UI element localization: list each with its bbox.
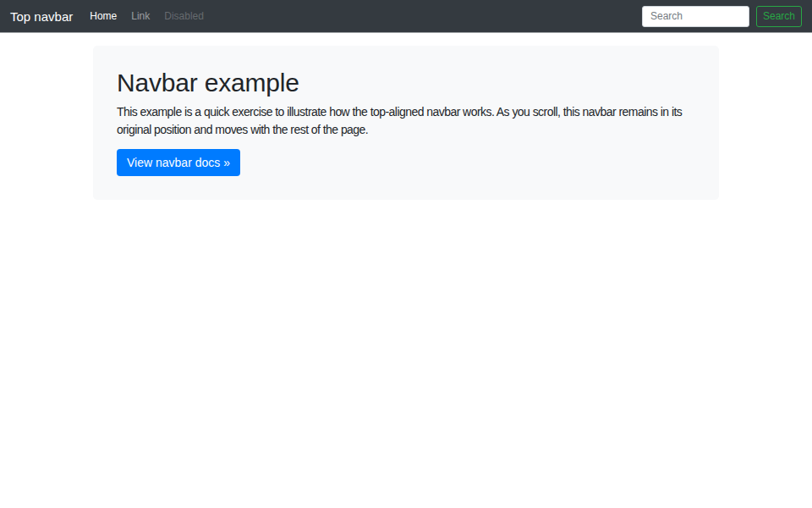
nav-item-home[interactable]: Home: [85, 10, 122, 22]
search-button[interactable]: Search: [756, 6, 802, 27]
navbar-brand[interactable]: Top navbar: [10, 9, 73, 24]
top-navbar: Top navbar Home Link Disabled Search: [0, 0, 812, 32]
hero-description: This example is a quick exercise to illu…: [117, 103, 695, 139]
page-title: Navbar example: [117, 68, 695, 98]
main-content: Navbar example This example is a quick e…: [93, 46, 719, 200]
view-navbar-docs-button[interactable]: View navbar docs »: [117, 149, 240, 176]
hero-panel: Navbar example This example is a quick e…: [93, 46, 719, 200]
search-form: Search: [642, 6, 802, 27]
search-input[interactable]: [642, 6, 749, 27]
nav-item-link[interactable]: Link: [126, 10, 155, 22]
navbar-nav: Home Link Disabled: [85, 10, 642, 22]
nav-item-disabled: Disabled: [159, 10, 209, 22]
